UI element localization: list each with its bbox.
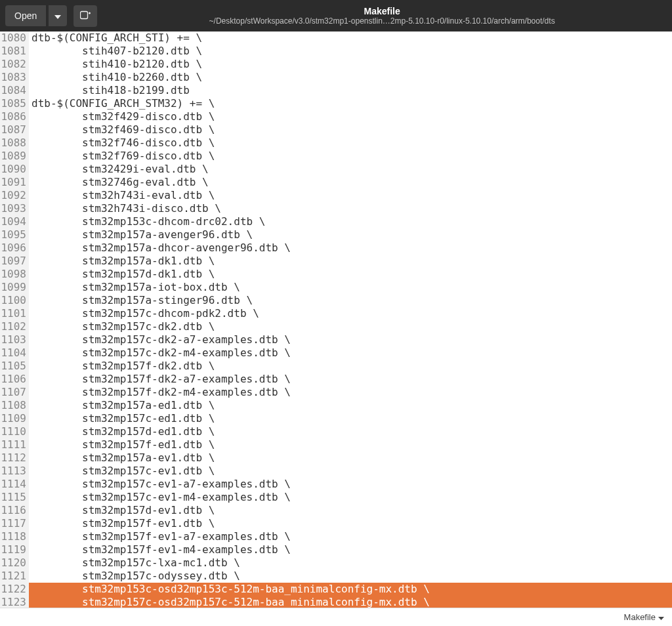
code-line[interactable]: 1109 stm32mp157c-ed1.dtb \: [0, 412, 672, 425]
code-line[interactable]: 1099 stm32mp157a-iot-box.dtb \: [0, 281, 672, 294]
line-number: 1086: [0, 110, 29, 123]
line-number: 1105: [0, 360, 29, 373]
code-line[interactable]: 1120 stm32mp157c-lxa-mc1.dtb \: [0, 556, 672, 570]
line-content: stm32mp157a-ed1.dtb \: [29, 399, 672, 412]
line-number: 1107: [0, 386, 29, 399]
line-content: stm32mp157a-iot-box.dtb \: [29, 281, 672, 294]
code-line[interactable]: 1084 stih418-b2199.dtb: [0, 84, 672, 97]
code-line[interactable]: 1087 stm32f469-disco.dtb \: [0, 123, 672, 136]
line-content: stm32mp157c-osd32mp157c-512m-baa_minimal…: [29, 596, 672, 608]
line-number: 1084: [0, 84, 29, 97]
code-line[interactable]: 1101 stm32mp157c-dhcom-pdk2.dtb \: [0, 307, 672, 320]
code-line[interactable]: 1117 stm32mp157f-ev1.dtb \: [0, 517, 672, 530]
code-line[interactable]: 1093 stm32h743i-disco.dtb \: [0, 202, 672, 215]
line-number: 1104: [0, 346, 29, 360]
code-line[interactable]: 1114 stm32mp157c-ev1-a7-examples.dtb \: [0, 478, 672, 491]
line-content: stm32mp153c-osd32mp153c-512m-baa_minimal…: [29, 583, 672, 596]
code-line[interactable]: 1094 stm32mp153c-dhcom-drc02.dtb \: [0, 215, 672, 228]
code-line[interactable]: 1096 stm32mp157a-dhcor-avenger96.dtb \: [0, 241, 672, 255]
line-content: dtb-$(CONFIG_ARCH_STM32) += \: [29, 97, 672, 110]
new-tab-icon: [80, 10, 91, 22]
line-content: stih410-b2120.dtb \: [29, 58, 672, 71]
line-content: stm32mp157c-ed1.dtb \: [29, 412, 672, 425]
line-content: stm32mp157c-ev1.dtb \: [29, 465, 672, 478]
line-number: 1090: [0, 163, 29, 176]
editor-area[interactable]: 1080dtb-$(CONFIG_ARCH_STI) += \1081 stih…: [0, 31, 672, 608]
code-line[interactable]: 1105 stm32mp157f-dk2.dtb \: [0, 360, 672, 373]
code-line[interactable]: 1115 stm32mp157c-ev1-m4-examples.dtb \: [0, 491, 672, 504]
line-content: stm32mp157c-dhcom-pdk2.dtb \: [29, 307, 672, 320]
code-line[interactable]: 1102 stm32mp157c-dk2.dtb \: [0, 320, 672, 333]
line-content: stm32429i-eval.dtb \: [29, 163, 672, 176]
window-title: Makefile: [364, 6, 400, 16]
open-button[interactable]: Open: [5, 5, 46, 26]
line-content: stm32f769-disco.dtb \: [29, 150, 672, 163]
code-line[interactable]: 1082 stih410-b2120.dtb \: [0, 58, 672, 71]
line-number: 1099: [0, 281, 29, 294]
code-line[interactable]: 1098 stm32mp157d-dk1.dtb \: [0, 268, 672, 281]
line-number: 1106: [0, 373, 29, 386]
code-line[interactable]: 1119 stm32mp157f-ev1-m4-examples.dtb \: [0, 543, 672, 556]
line-content: stm32mp157a-ev1.dtb \: [29, 451, 672, 465]
language-selector[interactable]: Makefile: [624, 612, 664, 622]
open-dropdown-button[interactable]: [49, 5, 67, 26]
code-line[interactable]: 1083 stih410-b2260.dtb \: [0, 71, 672, 84]
line-content: stm32mp157d-ev1.dtb \: [29, 504, 672, 517]
line-number: 1094: [0, 215, 29, 228]
line-number: 1098: [0, 268, 29, 281]
code-line[interactable]: 1081 stih407-b2120.dtb \: [0, 45, 672, 58]
code-line[interactable]: 1116 stm32mp157d-ev1.dtb \: [0, 504, 672, 517]
code-line[interactable]: 1113 stm32mp157c-ev1.dtb \: [0, 465, 672, 478]
line-number: 1120: [0, 556, 29, 570]
code-line[interactable]: 1103 stm32mp157c-dk2-a7-examples.dtb \: [0, 333, 672, 346]
line-number: 1108: [0, 399, 29, 412]
code-line[interactable]: 1089 stm32f769-disco.dtb \: [0, 150, 672, 163]
code-line[interactable]: 1121 stm32mp157c-odyssey.dtb \: [0, 570, 672, 583]
code-line[interactable]: 1088 stm32f746-disco.dtb \: [0, 136, 672, 150]
line-content: stm32746g-eval.dtb \: [29, 176, 672, 189]
code-line[interactable]: 1108 stm32mp157a-ed1.dtb \: [0, 399, 672, 412]
line-number: 1118: [0, 530, 29, 543]
line-content: stih407-b2120.dtb \: [29, 45, 672, 58]
line-number: 1113: [0, 465, 29, 478]
code-line[interactable]: 1086 stm32f429-disco.dtb \: [0, 110, 672, 123]
code-line[interactable]: 1104 stm32mp157c-dk2-m4-examples.dtb \: [0, 346, 672, 360]
header-left-group: Open: [5, 5, 97, 27]
line-content: stm32mp157c-dk2-m4-examples.dtb \: [29, 346, 672, 360]
code-line[interactable]: 1111 stm32mp157f-ed1.dtb \: [0, 438, 672, 451]
line-content: stm32mp157f-ev1-m4-examples.dtb \: [29, 543, 672, 556]
line-number: 1116: [0, 504, 29, 517]
code-line[interactable]: 1122 stm32mp153c-osd32mp153c-512m-baa_mi…: [0, 583, 672, 596]
window-subtitle: ~/Desktop/stWorkspace/v3.0/stm32mp1-open…: [209, 16, 555, 26]
code-line[interactable]: 1095 stm32mp157a-avenger96.dtb \: [0, 228, 672, 241]
code-line[interactable]: 1118 stm32mp157f-ev1-a7-examples.dtb \: [0, 530, 672, 543]
line-content: stm32mp157c-dk2-a7-examples.dtb \: [29, 333, 672, 346]
code-line[interactable]: 1085dtb-$(CONFIG_ARCH_STM32) += \: [0, 97, 672, 110]
line-content: stm32mp157f-dk2.dtb \: [29, 360, 672, 373]
code-line[interactable]: 1097 stm32mp157a-dk1.dtb \: [0, 255, 672, 268]
code-line[interactable]: 1106 stm32mp157f-dk2-a7-examples.dtb \: [0, 373, 672, 386]
code-line[interactable]: 1090 stm32429i-eval.dtb \: [0, 163, 672, 176]
line-number: 1100: [0, 294, 29, 307]
status-bar: Makefile: [0, 608, 672, 626]
line-number: 1103: [0, 333, 29, 346]
line-number: 1088: [0, 136, 29, 150]
code-line[interactable]: 1091 stm32746g-eval.dtb \: [0, 176, 672, 189]
line-number: 1080: [0, 31, 29, 45]
code-line[interactable]: 1112 stm32mp157a-ev1.dtb \: [0, 451, 672, 465]
line-number: 1093: [0, 202, 29, 215]
line-content: stih410-b2260.dtb \: [29, 71, 672, 84]
code-line[interactable]: 1110 stm32mp157d-ed1.dtb \: [0, 425, 672, 438]
new-tab-button[interactable]: [74, 5, 97, 27]
line-number: 1097: [0, 255, 29, 268]
code-line[interactable]: 1100 stm32mp157a-stinger96.dtb \: [0, 294, 672, 307]
line-content: stm32mp157c-ev1-m4-examples.dtb \: [29, 491, 672, 504]
header-bar: Open Makefile ~/Desktop/stWorkspace/v3.0…: [0, 0, 672, 31]
code-line[interactable]: 1092 stm32h743i-eval.dtb \: [0, 189, 672, 202]
line-number: 1117: [0, 517, 29, 530]
line-number: 1091: [0, 176, 29, 189]
line-content: stm32mp157f-dk2-m4-examples.dtb \: [29, 386, 672, 399]
code-line[interactable]: 1123 stm32mp157c-osd32mp157c-512m-baa_mi…: [0, 596, 672, 608]
code-line[interactable]: 1107 stm32mp157f-dk2-m4-examples.dtb \: [0, 386, 672, 399]
code-line[interactable]: 1080dtb-$(CONFIG_ARCH_STI) += \: [0, 31, 672, 45]
